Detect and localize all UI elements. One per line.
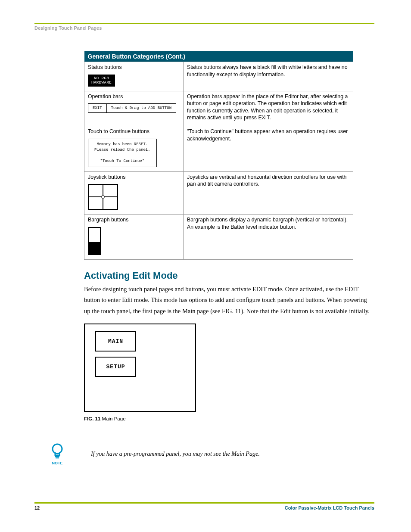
ttc-line: *Touch To Continue* xyxy=(100,159,145,163)
page-footer: 12 Color Passive-Matrix LCD Touch Panels xyxy=(34,502,374,510)
bargraph-icon xyxy=(88,227,101,255)
setup-button-example: SETUP xyxy=(95,357,136,377)
row-label: Touch to Continue buttons xyxy=(88,128,180,135)
note-text: If you have a pre-programmed panel, you … xyxy=(91,451,260,457)
row-label: Joystick buttons xyxy=(88,174,180,181)
figure-caption-label: FIG. 11 xyxy=(84,416,100,421)
joystick-icon xyxy=(88,184,118,210)
table-row: Status buttons NO RGB HARDWARE Status bu… xyxy=(84,62,353,91)
footer-title: Color Passive-Matrix LCD Touch Panels xyxy=(285,505,374,510)
status-chip-example: NO RGB HARDWARE xyxy=(88,75,115,87)
running-header: Designing Touch Panel Pages xyxy=(34,25,374,31)
figure-caption-text: Main Page xyxy=(100,416,125,421)
opbar-msg: Touch & Drag to ADD BUTTON xyxy=(107,104,176,112)
table-row: Bargraph buttons Bargraph buttons displa… xyxy=(84,215,353,260)
header-rule xyxy=(34,23,374,24)
table-row: Operation bars EXIT Touch & Drag to ADD … xyxy=(84,91,353,126)
ttc-line: Memory has been RESET. xyxy=(97,142,148,146)
row-desc: Bargraph buttons display a dynamic bargr… xyxy=(184,215,353,260)
page-number: 12 xyxy=(34,505,40,510)
ttc-line: Please reload the panel. xyxy=(94,148,150,152)
status-chip-line: HARDWARE xyxy=(91,81,112,85)
row-desc: Joysticks are vertical and horizontal di… xyxy=(184,171,353,215)
figure-caption: FIG. 11 Main Page xyxy=(84,416,374,421)
row-desc: "Touch to Continue" buttons appear when … xyxy=(184,126,353,171)
status-chip-line: NO RGB xyxy=(94,76,109,81)
note-icon: NOTE xyxy=(49,443,66,465)
row-desc: Operation bars appear in the place of th… xyxy=(184,91,353,126)
operation-bar-example: EXIT Touch & Drag to ADD BUTTON xyxy=(88,103,176,113)
button-categories-table: General Button Categories (Cont.) Status… xyxy=(84,51,353,260)
row-label: Operation bars xyxy=(88,93,180,100)
exit-cell: EXIT xyxy=(88,104,107,112)
table-row: Touch to Continue buttons Memory has bee… xyxy=(84,126,353,171)
section-paragraph: Before designing touch panel pages and b… xyxy=(84,284,374,317)
row-desc: Status buttons always have a black fill … xyxy=(184,62,353,91)
touch-continue-example: Memory has been RESET. Please reload the… xyxy=(88,139,157,167)
svg-point-0 xyxy=(53,444,62,454)
row-label: Bargraph buttons xyxy=(88,216,180,224)
main-button-example: MAIN xyxy=(95,331,136,352)
table-row: Joystick buttons Joysticks are vertical … xyxy=(84,171,353,215)
table-title: General Button Categories (Cont.) xyxy=(84,51,353,62)
row-label: Status buttons xyxy=(88,64,180,71)
note-label: NOTE xyxy=(52,461,62,465)
figure-main-page: MAIN SETUP xyxy=(84,324,196,412)
section-heading: Activating Edit Mode xyxy=(84,270,374,281)
